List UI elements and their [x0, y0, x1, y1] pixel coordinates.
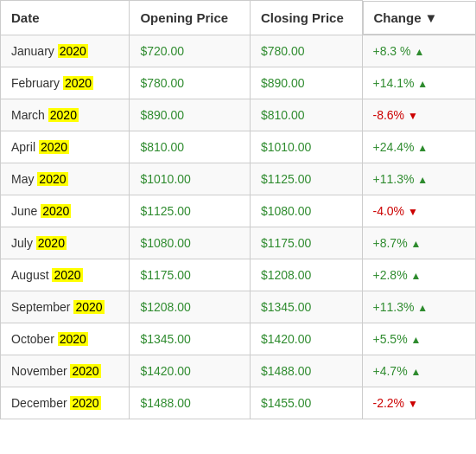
table-row: March 2020$890.00$810.00-8.6% ▼ — [1, 99, 476, 131]
opening-price-cell: $890.00 — [130, 99, 250, 131]
closing-price-cell: $890.00 — [250, 67, 362, 99]
date-cell: April 2020 — [1, 131, 130, 163]
year-highlight: 2020 — [37, 172, 67, 186]
header-change: Change ▼ — [363, 1, 476, 35]
up-arrow-icon: ▲ — [417, 142, 428, 154]
date-cell: December 2020 — [1, 387, 130, 419]
down-arrow-icon: ▼ — [408, 398, 418, 410]
change-cell: +4.7% ▲ — [362, 355, 476, 387]
date-cell: March 2020 — [1, 99, 130, 131]
year-highlight: 2020 — [70, 396, 100, 410]
change-value: -4.0% — [373, 204, 405, 218]
change-cell: +8.7% ▲ — [362, 227, 476, 259]
up-arrow-icon: ▲ — [410, 334, 421, 346]
closing-price-cell: $810.00 — [250, 99, 362, 131]
table-row: August 2020$1175.00$1208.00+2.8% ▲ — [1, 259, 476, 291]
opening-price-cell: $1010.00 — [130, 163, 250, 195]
change-cell: +24.4% ▲ — [362, 131, 476, 163]
closing-price-cell: $1175.00 — [250, 227, 362, 259]
up-arrow-icon: ▲ — [417, 174, 428, 186]
opening-price-cell: $1420.00 — [130, 355, 250, 387]
change-value: +4.7% — [373, 364, 408, 378]
up-arrow-icon: ▲ — [410, 366, 421, 378]
date-cell: July 2020 — [1, 227, 130, 259]
date-cell: August 2020 — [1, 259, 130, 291]
year-highlight: 2020 — [58, 44, 88, 58]
year-highlight: 2020 — [63, 76, 93, 90]
change-cell: +8.3 % ▲ — [362, 35, 476, 67]
change-value: -8.6% — [373, 108, 405, 122]
change-cell: +14.1% ▲ — [362, 67, 476, 99]
opening-price-cell: $1175.00 — [130, 259, 250, 291]
header-date: Date — [1, 1, 130, 35]
table-row: April 2020$810.00$1010.00+24.4% ▲ — [1, 131, 476, 163]
change-value: +5.5% — [373, 332, 408, 346]
change-value: +14.1% — [373, 76, 415, 90]
change-cell: +11.3% ▲ — [362, 163, 476, 195]
change-value: +11.3% — [373, 172, 415, 186]
table-row: November 2020$1420.00$1488.00+4.7% ▲ — [1, 355, 476, 387]
table-row: May 2020$1010.00$1125.00+11.3% ▲ — [1, 163, 476, 195]
opening-price-cell: $1125.00 — [130, 195, 250, 227]
opening-price-cell: $780.00 — [130, 67, 250, 99]
table-row: September 2020$1208.00$1345.00+11.3% ▲ — [1, 291, 476, 323]
table-row: February 2020$780.00$890.00+14.1% ▲ — [1, 67, 476, 99]
header-opening: Opening Price — [130, 1, 250, 35]
change-value: +11.3% — [373, 300, 415, 314]
date-cell: September 2020 — [1, 291, 130, 323]
date-cell: February 2020 — [1, 67, 130, 99]
year-highlight: 2020 — [39, 140, 69, 154]
closing-price-cell: $1208.00 — [250, 259, 362, 291]
change-value: +8.3 % — [373, 44, 411, 58]
change-cell: -8.6% ▼ — [362, 99, 476, 131]
up-arrow-icon: ▲ — [410, 238, 421, 250]
year-highlight: 2020 — [41, 204, 71, 218]
closing-price-cell: $1420.00 — [250, 323, 362, 355]
closing-price-cell: $1455.00 — [250, 387, 362, 419]
up-arrow-icon: ▲ — [414, 46, 424, 58]
year-highlight: 2020 — [48, 108, 79, 122]
table-row: June 2020$1125.00$1080.00-4.0% ▼ — [1, 195, 476, 227]
table-row: October 2020$1345.00$1420.00+5.5% ▲ — [1, 323, 476, 355]
closing-price-cell: $1488.00 — [250, 355, 362, 387]
closing-price-cell: $1345.00 — [250, 291, 362, 323]
change-value: +8.7% — [373, 236, 408, 250]
up-arrow-icon: ▲ — [410, 270, 421, 282]
opening-price-cell: $1208.00 — [130, 291, 250, 323]
sort-arrow-icon[interactable]: ▼ — [425, 10, 438, 25]
opening-price-cell: $1345.00 — [130, 323, 250, 355]
price-table: Date Opening Price Closing Price Change … — [0, 0, 476, 419]
change-value: +2.8% — [373, 268, 408, 282]
change-cell: +2.8% ▲ — [362, 259, 476, 291]
opening-price-cell: $810.00 — [130, 131, 250, 163]
year-highlight: 2020 — [52, 268, 82, 282]
down-arrow-icon: ▼ — [408, 110, 418, 122]
year-highlight: 2020 — [58, 332, 88, 346]
year-highlight: 2020 — [36, 236, 67, 250]
change-value: -2.2% — [373, 396, 405, 410]
change-cell: -2.2% ▼ — [362, 387, 476, 419]
date-cell: November 2020 — [1, 355, 130, 387]
change-value: +24.4% — [373, 140, 415, 154]
date-cell: June 2020 — [1, 195, 130, 227]
change-cell: +11.3% ▲ — [362, 291, 476, 323]
change-cell: -4.0% ▼ — [362, 195, 476, 227]
opening-price-cell: $1488.00 — [130, 387, 250, 419]
opening-price-cell: $1080.00 — [130, 227, 250, 259]
closing-price-cell: $780.00 — [250, 35, 362, 67]
date-cell: October 2020 — [1, 323, 130, 355]
closing-price-cell: $1125.00 — [250, 163, 362, 195]
down-arrow-icon: ▼ — [408, 206, 418, 218]
date-cell: January 2020 — [1, 35, 130, 67]
opening-price-cell: $720.00 — [130, 35, 250, 67]
year-highlight: 2020 — [70, 364, 100, 378]
up-arrow-icon: ▲ — [417, 302, 428, 314]
table-row: July 2020$1080.00$1175.00+8.7% ▲ — [1, 227, 476, 259]
table-row: January 2020$720.00$780.00+8.3 % ▲ — [1, 35, 476, 67]
change-cell: +5.5% ▲ — [362, 323, 476, 355]
table-row: December 2020$1488.00$1455.00-2.2% ▼ — [1, 387, 476, 419]
date-cell: May 2020 — [1, 163, 130, 195]
closing-price-cell: $1080.00 — [250, 195, 362, 227]
closing-price-cell: $1010.00 — [250, 131, 362, 163]
header-closing: Closing Price — [250, 1, 362, 35]
